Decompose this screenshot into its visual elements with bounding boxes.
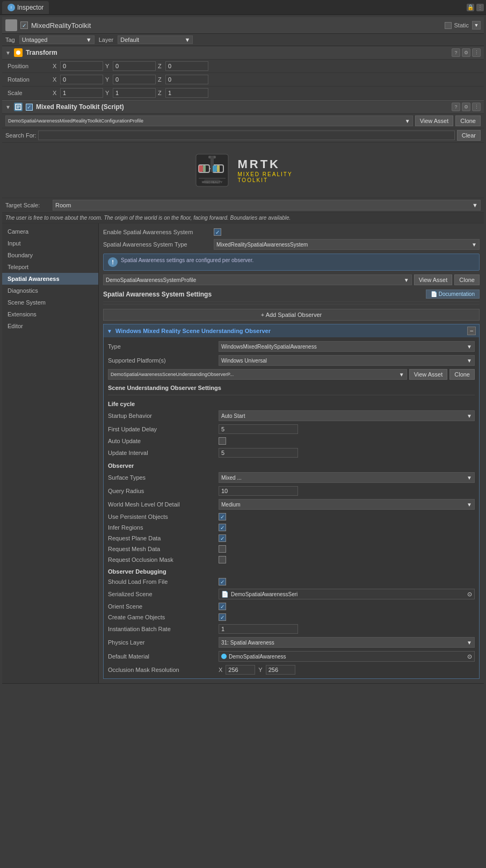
use-persistent-checkbox[interactable]: ✓: [219, 513, 226, 520]
create-game-checkbox[interactable]: ✓: [219, 613, 226, 621]
target-scale-dropdown[interactable]: Room ▼: [53, 200, 481, 211]
observer-header[interactable]: ▼ Windows Mixed Reality Scene Understand…: [104, 324, 479, 337]
auto-update-checkbox[interactable]: [219, 437, 226, 445]
serialized-scene-circle-btn[interactable]: ⊙: [467, 591, 472, 598]
sa-view-asset-button[interactable]: View Asset: [414, 274, 453, 285]
sidebar-item-input[interactable]: Input: [2, 237, 98, 249]
clone-button[interactable]: Clone: [455, 115, 481, 126]
sidebar-item-spatial-awareness[interactable]: Spatial Awareness: [2, 273, 98, 285]
enable-sa-checkbox[interactable]: ✓: [214, 228, 221, 236]
observer-section: ▼ Windows Mixed Reality Scene Understand…: [103, 324, 480, 679]
script-title: Mixed Reality Toolkit (Script): [36, 103, 448, 111]
rotation-row: Rotation X Y Z: [2, 73, 484, 86]
inspector-tab[interactable]: i Inspector: [2, 1, 49, 14]
transform-help-btn[interactable]: ?: [452, 48, 460, 57]
occlusion-y-input[interactable]: [266, 665, 295, 675]
script-help-btn[interactable]: ?: [452, 103, 460, 111]
infer-regions-checkbox[interactable]: ✓: [219, 524, 226, 531]
startup-behavior-dropdown[interactable]: Auto Start ▼: [219, 410, 475, 421]
orient-scene-checkbox[interactable]: ✓: [219, 603, 226, 610]
request-occlusion-row: Request Occlusion Mask: [108, 554, 475, 565]
observer-type-dropdown[interactable]: WindowsMixedRealitySpatialAwareness ▼: [219, 341, 475, 352]
scale-z-input[interactable]: [165, 88, 208, 98]
observer-body: Type WindowsMixedRealitySpatialAwareness…: [104, 337, 479, 678]
lock-button[interactable]: 🔒: [467, 4, 474, 11]
script-icon: [14, 103, 23, 111]
sidebar: Camera Input Boundary Teleport Spatial A…: [2, 223, 99, 683]
position-y-input[interactable]: [113, 61, 156, 71]
surface-types-label: Surface Types: [108, 474, 215, 481]
sidebar-item-camera[interactable]: Camera: [2, 226, 98, 237]
default-material-circle-btn[interactable]: ⊙: [467, 653, 472, 660]
physics-layer-label: Physics Layer: [108, 639, 215, 646]
profile-dropdown[interactable]: DemoSpatialAwarenessMixedRealityToolkitC…: [5, 115, 413, 126]
platform-dropdown[interactable]: Windows Universal ▼: [219, 355, 475, 366]
surface-types-dropdown[interactable]: Mixed ... ▼: [219, 472, 475, 483]
layer-arrow-icon: ▼: [184, 37, 190, 43]
view-asset-button[interactable]: View Asset: [415, 115, 454, 126]
scale-x-label: X: [53, 90, 59, 96]
sidebar-item-diagnostics[interactable]: Diagnostics: [2, 285, 98, 296]
surface-types-value: Mixed ...: [221, 475, 242, 481]
request-plane-row: Request Plane Data ✓: [108, 533, 475, 544]
rotation-y-input[interactable]: [113, 75, 156, 84]
sidebar-item-scene-system[interactable]: Scene System: [2, 296, 98, 308]
gameobject-active-checkbox[interactable]: ✓: [20, 21, 28, 29]
instantiation-input[interactable]: [219, 624, 298, 634]
observer-profile-dropdown[interactable]: DemoSpatialAwarenessSceneUnderstandingOb…: [108, 369, 407, 380]
occlusion-x-input[interactable]: [226, 665, 255, 675]
system-type-dropdown[interactable]: MixedRealitySpatialAwarenessSystem ▼: [214, 239, 480, 250]
position-z-input[interactable]: [165, 61, 208, 71]
sidebar-item-teleport[interactable]: Teleport: [2, 261, 98, 273]
svg-rect-14: [203, 165, 206, 172]
tag-dropdown[interactable]: Untagged ▼: [19, 35, 95, 44]
request-occlusion-checkbox[interactable]: [219, 556, 226, 563]
scale-x-input[interactable]: [60, 88, 103, 98]
tag-layer-row: Tag Untagged ▼ Layer Default ▼: [2, 34, 484, 46]
script-settings-btn[interactable]: ⚙: [462, 103, 470, 111]
observer-settings-title: Scene Understanding Observer Settings: [108, 381, 475, 393]
sidebar-item-editor[interactable]: Editor: [2, 320, 98, 332]
position-x-input[interactable]: [60, 61, 103, 71]
query-radius-input[interactable]: [219, 486, 298, 496]
script-active-checkbox[interactable]: ✓: [26, 104, 33, 111]
update-interval-input[interactable]: [219, 448, 298, 458]
lifecycle-title: Life cycle: [108, 397, 475, 409]
search-input[interactable]: [38, 131, 454, 140]
sa-clone-button[interactable]: Clone: [454, 274, 480, 285]
script-more-btn[interactable]: ⋮: [472, 103, 481, 111]
layer-dropdown[interactable]: Default ▼: [118, 35, 193, 44]
request-mesh-checkbox[interactable]: [219, 545, 226, 553]
request-plane-checkbox[interactable]: ✓: [219, 534, 226, 542]
transform-more-btn[interactable]: ⋮: [472, 48, 481, 57]
sidebar-item-boundary[interactable]: Boundary: [2, 249, 98, 261]
observer-clone-button[interactable]: Clone: [449, 369, 475, 380]
scale-y-input[interactable]: [113, 88, 156, 98]
physics-layer-dropdown[interactable]: 31: Spatial Awareness ▼: [219, 637, 475, 648]
startup-behavior-arrow-icon: ▼: [467, 413, 472, 419]
script-collapse-arrow[interactable]: ▼: [5, 104, 11, 110]
sa-profile-dropdown[interactable]: DemoSpatialAwarenessSystemProfile ▼: [103, 274, 412, 285]
observer-remove-button[interactable]: −: [467, 327, 476, 335]
transform-settings-btn[interactable]: ⚙: [462, 48, 470, 57]
should-load-checkbox[interactable]: ✓: [219, 578, 226, 585]
mrtk-subtitle-line1: MIXED REALITY: [237, 171, 292, 177]
auto-update-row: Auto Update: [108, 436, 475, 446]
svg-rect-12: [199, 165, 203, 172]
doc-icon: 📄: [431, 291, 437, 297]
rotation-z-label: Z: [158, 76, 164, 83]
more-button[interactable]: ⋮: [476, 4, 484, 11]
static-dropdown-arrow[interactable]: ▼: [472, 21, 481, 30]
static-checkbox[interactable]: [445, 22, 452, 29]
clear-button[interactable]: Clear: [457, 130, 481, 141]
sidebar-item-extensions[interactable]: Extensions: [2, 308, 98, 320]
infer-regions-row: Infer Regions ✓: [108, 522, 475, 533]
documentation-button[interactable]: 📄 Documentation: [426, 290, 480, 299]
world-mesh-dropdown[interactable]: Medium ▼: [219, 499, 475, 510]
rotation-x-input[interactable]: [60, 75, 103, 84]
add-observer-button[interactable]: + Add Spatial Observer: [103, 309, 480, 321]
transform-collapse-arrow[interactable]: ▼: [5, 50, 11, 56]
first-update-input[interactable]: [219, 424, 298, 434]
observer-view-asset-button[interactable]: View Asset: [409, 369, 448, 380]
rotation-z-input[interactable]: [165, 75, 208, 84]
